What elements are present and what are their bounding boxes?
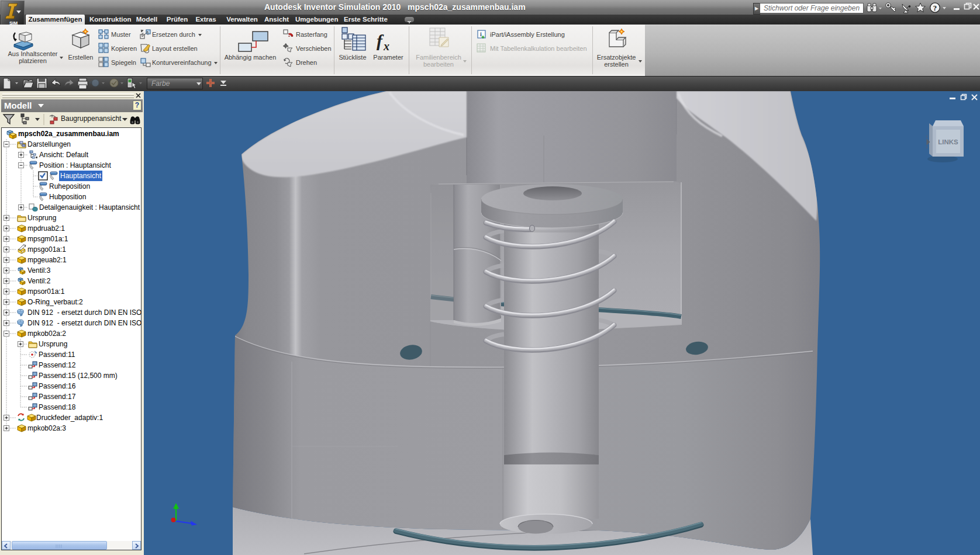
svg-text:i: i [480, 31, 482, 37]
svg-text:?: ? [933, 4, 937, 12]
svg-text:x: x [383, 40, 389, 51]
svg-text:LINKS: LINKS [938, 138, 958, 145]
